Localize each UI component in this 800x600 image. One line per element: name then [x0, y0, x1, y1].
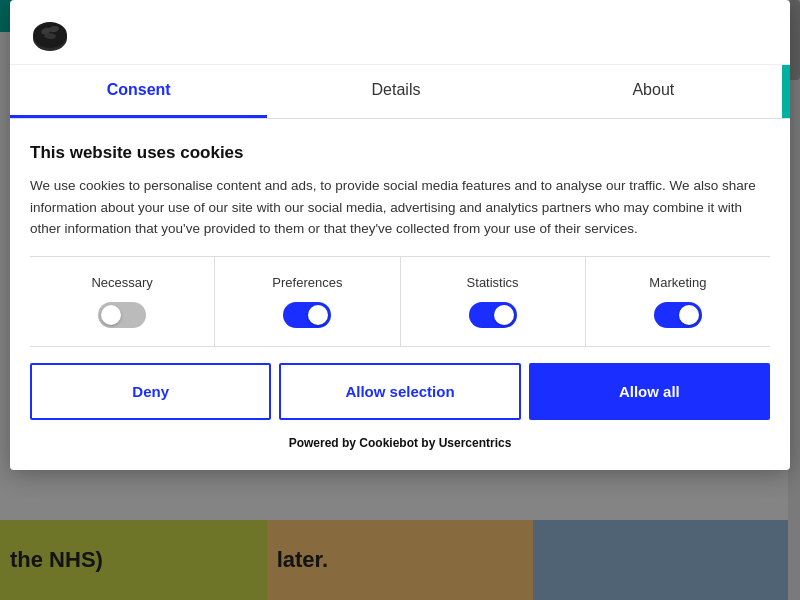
logo-icon — [30, 16, 70, 56]
toggle-statistics-thumb — [494, 305, 514, 325]
powered-by-brand: Cookiebot by Usercentrics — [359, 436, 511, 450]
dialog-body: We use cookies to personalise content an… — [30, 175, 770, 240]
tab-details[interactable]: Details — [267, 65, 524, 118]
tabs-container: Consent Details About — [10, 65, 790, 119]
toggle-marketing-switch[interactable] — [654, 302, 702, 328]
toggle-statistics-label: Statistics — [467, 275, 519, 290]
toggle-marketing-thumb — [679, 305, 699, 325]
tab-accent — [782, 65, 790, 118]
toggle-preferences-switch[interactable] — [283, 302, 331, 328]
powered-by-prefix: Powered by — [289, 436, 360, 450]
dialog-header — [10, 0, 790, 65]
tab-about[interactable]: About — [525, 65, 782, 118]
buttons-row: Deny Allow selection Allow all — [30, 363, 770, 420]
dialog-content: This website uses cookies We use cookies… — [10, 119, 790, 470]
powered-by: Powered by Cookiebot by Usercentrics — [30, 428, 770, 454]
toggle-necessary-thumb — [101, 305, 121, 325]
overlay: Consent Details About This website uses … — [0, 0, 800, 600]
toggle-marketing-label: Marketing — [649, 275, 706, 290]
toggle-marketing: Marketing — [586, 257, 770, 346]
toggle-necessary-label: Necessary — [91, 275, 152, 290]
allow-all-button[interactable]: Allow all — [529, 363, 770, 420]
toggle-necessary-switch[interactable] — [98, 302, 146, 328]
toggle-statistics-switch[interactable] — [469, 302, 517, 328]
toggle-preferences-label: Preferences — [272, 275, 342, 290]
allow-selection-button[interactable]: Allow selection — [279, 363, 520, 420]
dialog-title: This website uses cookies — [30, 143, 770, 163]
toggles-row: Necessary Preferences Statistics — [30, 256, 770, 347]
cookie-dialog: Consent Details About This website uses … — [10, 0, 790, 470]
deny-button[interactable]: Deny — [30, 363, 271, 420]
tab-consent[interactable]: Consent — [10, 65, 267, 118]
toggle-statistics: Statistics — [401, 257, 586, 346]
toggle-preferences: Preferences — [215, 257, 400, 346]
toggle-necessary: Necessary — [30, 257, 215, 346]
